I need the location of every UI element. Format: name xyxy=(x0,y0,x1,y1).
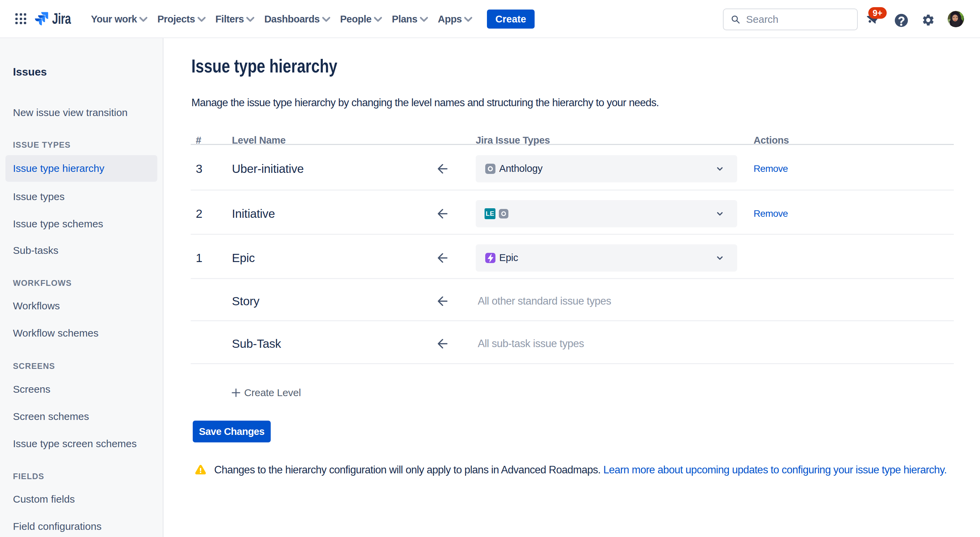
sidebar-title: Issues xyxy=(0,66,47,78)
level-name: Initiative xyxy=(232,207,275,221)
jira-logo-icon xyxy=(34,11,49,26)
issue-types-placeholder: All sub-task issue types xyxy=(478,338,584,350)
level-name: Sub-Task xyxy=(232,337,281,351)
table-row-uber-initiative: 3 Uber-initiative Anthology Remove xyxy=(191,145,954,191)
grid-dot xyxy=(24,22,26,24)
column-header-number: # xyxy=(196,135,201,146)
create-level-row: Create Level xyxy=(191,364,954,407)
grid-dot xyxy=(15,22,18,24)
le-issue-type-badge: LE xyxy=(485,208,495,219)
main-content: Issue type hierarchy Manage the issue ty… xyxy=(164,38,980,537)
help-icon[interactable] xyxy=(894,13,908,27)
table-header: # Level Name Jira Issue Types Actions xyxy=(191,124,954,145)
chevron-down-icon xyxy=(715,253,725,263)
issue-types-select[interactable]: Epic xyxy=(476,244,737,272)
arrow-left-icon xyxy=(437,296,447,306)
epic-issue-type-icon xyxy=(485,253,495,263)
grid-dot xyxy=(20,18,22,20)
save-changes-button[interactable]: Save Changes xyxy=(193,421,271,442)
sidebar-heading-fields: FIELDS xyxy=(0,472,44,481)
sidebar-item-issue-types[interactable]: Issue types xyxy=(0,191,65,202)
level-name: Story xyxy=(232,294,259,308)
level-name: Uber-initiative xyxy=(232,162,304,176)
chevron-down-icon xyxy=(463,14,473,24)
arrow-left-icon xyxy=(437,209,447,219)
nav-your-work[interactable]: Your work xyxy=(91,14,148,25)
sidebar-item-screens[interactable]: Screens xyxy=(0,383,50,395)
issue-types-placeholder: All other standard issue types xyxy=(478,295,611,307)
nav-projects[interactable]: Projects xyxy=(158,14,206,25)
jira-logo[interactable]: Jira xyxy=(34,10,78,27)
arrow-left-icon xyxy=(437,253,447,263)
level-number: 3 xyxy=(196,162,202,176)
sidebar-item-sub-tasks[interactable]: Sub-tasks xyxy=(0,245,58,256)
search-box[interactable] xyxy=(723,8,858,30)
chevron-down-icon xyxy=(373,14,383,24)
arrow-left-icon xyxy=(437,338,447,349)
notifications-count-badge: 9+ xyxy=(868,7,887,19)
level-number: 1 xyxy=(196,251,202,265)
warning-note: Changes to the hierarchy configuration w… xyxy=(195,464,947,476)
level-name: Epic xyxy=(232,251,255,265)
grid-dot xyxy=(15,13,18,16)
nav-menus: Your work Projects Filters Dashboards Pe… xyxy=(91,0,482,38)
warning-text: Changes to the hierarchy configuration w… xyxy=(214,464,947,476)
sidebar-heading-issue-types: ISSUE TYPES xyxy=(0,140,70,150)
grid-dot xyxy=(24,18,26,20)
column-header-issue-types: Jira Issue Types xyxy=(476,135,550,146)
top-navigation: Jira Your work Projects Filters Dashboar… xyxy=(0,0,980,38)
nav-plans[interactable]: Plans xyxy=(392,14,429,25)
user-avatar[interactable] xyxy=(948,11,964,27)
sidebar-heading-workflows: WORKFLOWS xyxy=(0,278,72,288)
nav-apps[interactable]: Apps xyxy=(438,14,473,25)
sidebar-item-issue-type-screen-schemes[interactable]: Issue type screen schemes xyxy=(0,438,137,450)
page-title: Issue type hierarchy xyxy=(191,55,337,77)
warning-icon xyxy=(195,464,206,476)
nav-filters[interactable]: Filters xyxy=(216,14,255,25)
issue-types-select[interactable]: Anthology xyxy=(476,155,737,183)
learn-more-link[interactable]: Learn more about upcoming updates to con… xyxy=(603,464,947,476)
grid-dot xyxy=(24,13,26,16)
settings-sidebar: Issues New issue view transition ISSUE T… xyxy=(0,38,164,537)
select-value: Epic xyxy=(499,252,518,264)
chevron-down-icon xyxy=(715,209,725,219)
nav-people[interactable]: People xyxy=(340,14,383,25)
create-button[interactable]: Create xyxy=(487,10,535,29)
app-switcher-icon[interactable] xyxy=(15,13,26,24)
sidebar-item-screen-schemes[interactable]: Screen schemes xyxy=(0,411,89,422)
issue-type-icon xyxy=(499,209,508,218)
column-header-level-name: Level Name xyxy=(232,135,286,146)
sidebar-item-new-issue-view-transition[interactable]: New issue view transition xyxy=(0,107,128,118)
sidebar-item-custom-fields[interactable]: Custom fields xyxy=(0,493,75,505)
grid-dot xyxy=(15,18,18,20)
search-input[interactable] xyxy=(746,14,848,25)
page-description: Manage the issue type hierarchy by chang… xyxy=(191,97,659,109)
jira-logo-text: Jira xyxy=(52,10,71,27)
chevron-down-icon xyxy=(245,14,255,24)
chevron-down-icon xyxy=(715,164,725,174)
grid-dot xyxy=(20,22,22,24)
table-row-epic: 1 Epic Epic xyxy=(191,235,954,279)
grid-dot xyxy=(20,13,22,16)
remove-link[interactable]: Remove xyxy=(754,208,788,219)
chevron-down-icon xyxy=(138,14,148,24)
level-number: 2 xyxy=(196,207,202,221)
hierarchy-table: # Level Name Jira Issue Types Actions 3 … xyxy=(191,124,954,407)
sidebar-item-workflows[interactable]: Workflows xyxy=(0,300,60,312)
nav-dashboards[interactable]: Dashboards xyxy=(264,14,331,25)
sidebar-item-workflow-schemes[interactable]: Workflow schemes xyxy=(0,327,99,339)
search-icon xyxy=(730,14,741,24)
table-row-story: Story All other standard issue types xyxy=(191,279,954,321)
table-row-sub-task: Sub-Task All sub-task issue types xyxy=(191,321,954,364)
remove-link[interactable]: Remove xyxy=(754,164,788,174)
create-level-button[interactable]: Create Level xyxy=(244,387,301,399)
column-header-actions: Actions xyxy=(754,135,789,146)
sidebar-item-issue-type-hierarchy[interactable]: Issue type hierarchy xyxy=(5,155,158,182)
sidebar-item-field-configurations[interactable]: Field configurations xyxy=(0,521,102,532)
plus-icon xyxy=(231,388,241,398)
anthology-issue-type-icon xyxy=(485,164,495,174)
chevron-down-icon xyxy=(419,14,429,24)
settings-gear-icon[interactable] xyxy=(921,13,935,27)
issue-types-select[interactable]: LE xyxy=(476,200,737,227)
sidebar-item-issue-type-schemes[interactable]: Issue type schemes xyxy=(0,218,103,230)
